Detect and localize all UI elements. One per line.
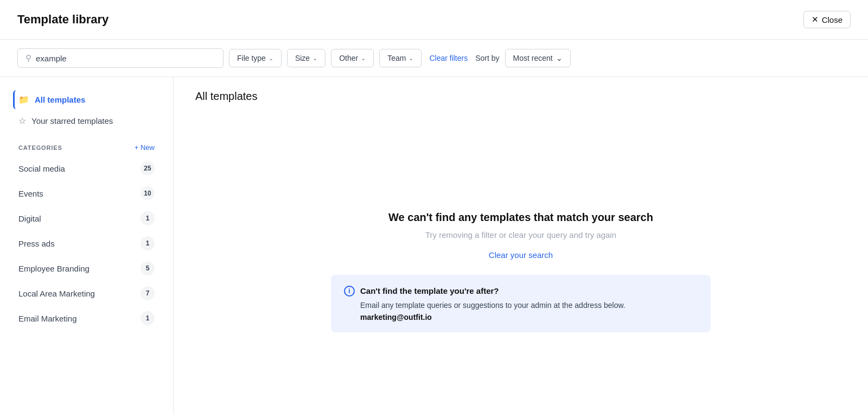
file-type-label: File type xyxy=(237,54,266,62)
category-item[interactable]: Press ads 1 xyxy=(13,231,160,256)
folder-icon: 📁 xyxy=(18,94,29,105)
sort-value: Most recent xyxy=(513,54,553,62)
starred-label: Your starred templates xyxy=(31,116,113,125)
search-input[interactable] xyxy=(36,54,215,63)
chevron-down-icon: ⌄ xyxy=(312,55,317,62)
size-label: Size xyxy=(295,54,310,62)
info-box-header: i Can't find the template you're after? xyxy=(344,286,698,297)
empty-subtitle: Try removing a filter or clear your quer… xyxy=(425,230,616,239)
category-name: Social media xyxy=(18,164,65,173)
other-filter-button[interactable]: Other ⌄ xyxy=(331,49,374,67)
empty-state: We can't find any templates that match y… xyxy=(331,120,711,401)
category-badge: 5 xyxy=(141,261,155,275)
team-filter-button[interactable]: Team ⌄ xyxy=(379,49,422,67)
category-item[interactable]: Employee Branding 5 xyxy=(13,256,160,281)
category-item[interactable]: Local Area Marketing 7 xyxy=(13,281,160,306)
category-name: Digital xyxy=(18,214,41,223)
category-item[interactable]: Social media 25 xyxy=(13,156,160,181)
chevron-down-icon: ⌄ xyxy=(269,55,273,62)
category-name: Local Area Marketing xyxy=(18,289,95,298)
chevron-down-icon: ⌄ xyxy=(556,54,563,62)
sort-by-label: Sort by xyxy=(475,54,499,62)
page-title: Template library xyxy=(17,12,108,27)
header: Template library ✕ Close xyxy=(0,0,868,40)
content-heading: All templates xyxy=(195,90,258,103)
category-item[interactable]: Email Marketing 1 xyxy=(13,306,160,331)
category-item[interactable]: Events 10 xyxy=(13,181,160,206)
categories-header: CATEGORIES + New xyxy=(13,143,160,152)
category-badge: 1 xyxy=(141,236,155,250)
size-filter-button[interactable]: Size ⌄ xyxy=(287,49,326,67)
category-badge: 25 xyxy=(141,161,155,175)
all-templates-label: All templates xyxy=(35,95,85,104)
search-icon: ⚲ xyxy=(25,53,31,63)
category-badge: 1 xyxy=(141,311,155,325)
new-category-button[interactable]: + New xyxy=(135,143,155,152)
category-name: Employee Branding xyxy=(18,264,90,273)
file-type-filter-button[interactable]: File type ⌄ xyxy=(229,49,282,67)
clear-search-button[interactable]: Clear your search xyxy=(489,250,553,260)
category-badge: 10 xyxy=(141,186,155,200)
close-button[interactable]: ✕ Close xyxy=(803,11,851,28)
category-item[interactable]: Digital 1 xyxy=(13,206,160,231)
chevron-down-icon: ⌄ xyxy=(409,55,413,62)
team-label: Team xyxy=(387,54,406,62)
sidebar-item-all-templates[interactable]: 📁 All templates xyxy=(13,90,160,109)
content-area: All templates We can't find any template… xyxy=(174,77,868,414)
category-name: Events xyxy=(18,189,43,198)
info-box-title: Can't find the template you're after? xyxy=(360,286,499,295)
toolbar: ⚲ File type ⌄ Size ⌄ Other ⌄ Team ⌄ Clea… xyxy=(0,40,868,77)
categories-list: Social media 25 Events 10 Digital 1 Pres… xyxy=(13,156,160,331)
category-name: Press ads xyxy=(18,239,55,248)
category-badge: 1 xyxy=(141,211,155,225)
search-box: ⚲ xyxy=(17,48,224,68)
clear-filters-button[interactable]: Clear filters xyxy=(427,49,470,67)
info-icon: i xyxy=(344,286,355,297)
info-box-body: Email any template queries or suggestion… xyxy=(344,301,698,310)
chevron-down-icon: ⌄ xyxy=(361,55,366,62)
sidebar-item-starred[interactable]: ☆ Your starred templates xyxy=(13,111,160,130)
empty-title: We can't find any templates that match y… xyxy=(388,211,653,224)
close-label: Close xyxy=(822,15,843,24)
close-icon: ✕ xyxy=(812,15,819,24)
info-box: i Can't find the template you're after? … xyxy=(331,275,711,332)
categories-label: CATEGORIES xyxy=(18,144,62,151)
category-badge: 7 xyxy=(141,286,155,300)
sidebar: 📁 All templates ☆ Your starred templates… xyxy=(0,77,174,414)
info-box-email: marketing@outfit.io xyxy=(344,313,698,322)
star-icon: ☆ xyxy=(18,116,26,126)
other-label: Other xyxy=(339,54,358,62)
sort-select-button[interactable]: Most recent ⌄ xyxy=(505,49,571,67)
main-layout: 📁 All templates ☆ Your starred templates… xyxy=(0,77,868,414)
category-name: Email Marketing xyxy=(18,314,77,323)
